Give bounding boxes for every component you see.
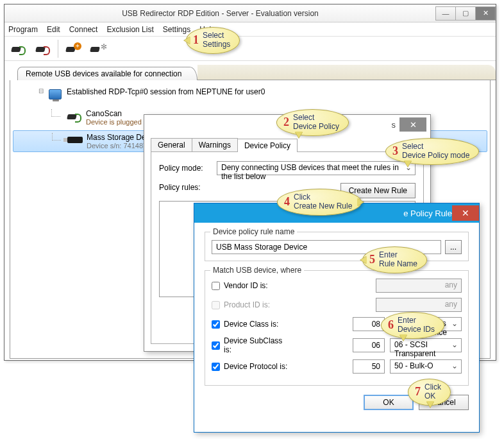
protocol-num-input[interactable] — [353, 359, 385, 374]
rule-title-text: e Policy Rule — [403, 209, 452, 218]
usb-stick-icon — [67, 137, 83, 143]
callout-3-text: SelectDevice Policy mode — [402, 142, 469, 160]
settings-close-button[interactable]: ✕ — [399, 117, 426, 132]
device-status: Device is plugged in — [86, 118, 149, 126]
callout-2: 2SelectDevice Policy — [276, 109, 349, 136]
product-label: Product ID is: — [224, 300, 270, 309]
protocol-select-value: 50 - Bulk-O — [394, 361, 433, 370]
settings-tabs: General Warnings Device Policy — [151, 138, 424, 151]
protocol-checkbox[interactable] — [212, 363, 220, 371]
callout-6-text: EnterDevice IDs — [398, 316, 435, 334]
policy-rules-label: Policy rules: — [159, 183, 201, 192]
plug-gear-icon — [89, 42, 106, 55]
vendor-label: Vendor ID is: — [224, 281, 268, 290]
row-subclass: Device SubClass is: 06 - SCSI Transparen… — [212, 336, 462, 354]
subclass-checkbox[interactable] — [212, 341, 220, 350]
product-id-input: any — [376, 298, 462, 312]
vendor-id-input[interactable]: any — [376, 279, 462, 293]
protocol-label: Device Protocol is: — [224, 362, 287, 371]
callout-4-text: ClickCreate New Rule — [294, 193, 352, 211]
tab-device-policy[interactable]: Device Policy — [237, 139, 298, 152]
callout-5: 5EnterRule Name — [362, 246, 427, 273]
policy-mode-value: Deny connecting USB devices that meet th… — [221, 163, 399, 181]
tab-general[interactable]: General — [151, 138, 192, 151]
subclass-num-input[interactable] — [353, 338, 385, 352]
plug-red-icon — [35, 42, 51, 55]
callout-7: 7ClickOK — [408, 379, 451, 406]
minimize-button[interactable]: — — [435, 6, 456, 21]
callout-7-text: ClickOK — [424, 383, 441, 401]
callout-1-text: SelectSettings — [203, 31, 230, 49]
menu-connect[interactable]: Connect — [69, 25, 98, 34]
monitor-icon — [49, 89, 62, 99]
menu-bar: Program Edit Connect Exclusion List Sett… — [4, 22, 496, 37]
tab-remote-devices[interactable]: Remote USB devices available for connect… — [17, 67, 197, 80]
menu-program[interactable]: Program — [8, 25, 38, 34]
row-product: Product ID is: any — [212, 298, 462, 312]
settings-title-text: s — [392, 120, 396, 130]
plug-green-icon — [10, 42, 27, 55]
policy-mode-label: Policy mode: — [159, 164, 217, 173]
toolbar-separator — [58, 40, 58, 58]
callout-1: 1SelectSettings — [186, 27, 240, 54]
session-label: Established RDP-Tcp#0 session from NEPTU… — [67, 87, 265, 96]
window-title: USB Redirector RDP Edition - Server - Ev… — [4, 9, 436, 18]
toolbar-add-button[interactable] — [62, 39, 85, 59]
plug-add-icon — [65, 42, 81, 55]
tree-session-row[interactable]: ⊟ Established RDP-Tcp#0 session from NEP… — [13, 85, 487, 103]
callout-2-text: SelectDevice Policy — [293, 114, 339, 132]
match-legend: Match USB device, where — [210, 266, 304, 275]
plug-green-icon — [66, 110, 83, 123]
subclass-label: Device SubClass is: — [224, 336, 289, 354]
maximize-button[interactable]: ▢ — [455, 6, 476, 21]
menu-edit[interactable]: Edit — [47, 25, 60, 34]
rule-name-browse-button[interactable]: ... — [445, 240, 462, 254]
callout-4: 4ClickCreate New Rule — [277, 189, 362, 216]
toolbar — [4, 37, 496, 61]
toolbar-settings-button[interactable] — [86, 39, 109, 59]
row-vendor: Vendor ID is: any — [212, 279, 462, 293]
toolbar-connect-button[interactable] — [7, 39, 30, 59]
product-checkbox — [212, 301, 220, 309]
menu-exclusion[interactable]: Exclusion List — [106, 25, 153, 34]
callout-5-text: EnterRule Name — [379, 251, 417, 269]
device-name: CanoScan — [86, 109, 149, 118]
close-button[interactable]: ✕ — [475, 6, 496, 21]
class-checkbox[interactable] — [212, 320, 220, 329]
menu-settings[interactable]: Settings — [163, 25, 190, 34]
tab-warnings[interactable]: Warnings — [192, 138, 238, 151]
row-protocol: Device Protocol is: 50 - Bulk-O — [212, 359, 462, 374]
rule-name-legend: Device policy rule name — [210, 227, 297, 236]
callout-3: 3SelectDevice Policy mode — [385, 138, 479, 165]
class-label: Device Class is: — [224, 320, 278, 329]
policy-mode-select[interactable]: Deny connecting USB devices that meet th… — [217, 161, 416, 175]
class-num-input[interactable] — [353, 317, 385, 331]
vendor-checkbox[interactable] — [212, 282, 220, 290]
window-buttons: — ▢ ✕ — [436, 6, 496, 21]
callout-6: 6EnterDevice IDs — [381, 312, 444, 339]
main-tabstrip: Remote USB devices available for connect… — [4, 65, 496, 80]
main-titlebar: USB Redirector RDP Edition - Server - Ev… — [4, 4, 496, 22]
tabstrip-rest — [197, 65, 496, 80]
protocol-select[interactable]: 50 - Bulk-O — [390, 359, 462, 374]
rule-close-button[interactable]: ✕ — [452, 205, 479, 221]
toolbar-disconnect-button[interactable] — [31, 39, 55, 59]
ok-button[interactable]: OK — [364, 395, 414, 410]
rule-name-group: Device policy rule name ... — [205, 232, 469, 261]
